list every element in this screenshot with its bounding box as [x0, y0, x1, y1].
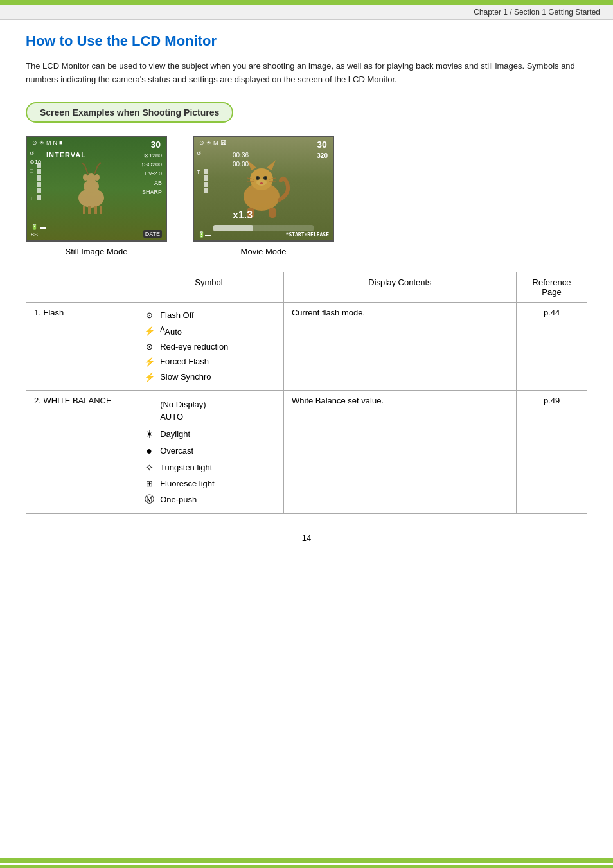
still-icon-2: ☀ — [39, 139, 44, 146]
content-area: How to Use the LCD Monitor The LCD Monit… — [0, 20, 613, 607]
cat-image — [229, 148, 294, 219]
intro-text: The LCD Monitor can be used to view the … — [26, 60, 587, 87]
svg-rect-4 — [88, 206, 91, 214]
wb-display-cell: White Balance set value. — [283, 390, 516, 513]
svg-point-14 — [94, 174, 100, 181]
wb-fluoresce-icon: ⊞ — [142, 479, 156, 488]
svg-marker-17 — [247, 160, 256, 170]
still-icon-camera: ■ — [59, 139, 62, 146]
flash-auto-label: AAuto — [160, 325, 182, 337]
deer-image — [62, 159, 120, 214]
wb-onepush-symbol: Ⓜ One-push — [142, 491, 276, 508]
svg-point-2 — [87, 173, 96, 184]
svg-line-7 — [85, 166, 88, 174]
svg-rect-3 — [83, 206, 85, 214]
still-image-screen-container: ⊙ ☀ M N ■ 30 INTERVAL ↺ ⊙10 □ T — [26, 136, 167, 256]
wb-daylight-label: Daylight — [160, 429, 190, 439]
wb-symbols-cell: (No Display)AUTO ☀ Daylight ● Overcast ✧… — [134, 390, 284, 513]
movie-screen-top-number: 30320 — [317, 139, 328, 160]
flash-ref-cell: p.44 — [517, 302, 587, 390]
bottom-bar-2 — [0, 865, 613, 868]
wb-fluoresce-label: Fluoresce light — [160, 479, 215, 488]
movie-icon-3: M — [213, 139, 218, 146]
still-screen-bottom-left: 🔋▬ 8S — [31, 224, 46, 238]
top-green-bar — [0, 0, 613, 5]
wb-tungsten-symbol: ✧ Tungsten light — [142, 459, 276, 476]
flash-forced-label: Forced Flash — [160, 357, 209, 366]
flash-slow-symbol: ⚡ Slow Synchro — [142, 369, 276, 385]
col-header-display: Display Contents — [283, 272, 516, 302]
col-header-item — [26, 272, 134, 302]
wb-ref-cell: p.49 — [517, 390, 587, 513]
movie-screen-left-icons: ↺ T — [197, 150, 202, 177]
section-header: Screen Examples when Shooting Pictures — [26, 102, 233, 123]
svg-point-22 — [257, 177, 259, 179]
movie-screen-progress-bar — [213, 225, 314, 231]
flash-off-icon: ⊙ — [142, 310, 156, 320]
movie-screen-start-release: *START:RELEASE — [286, 232, 329, 238]
svg-rect-30 — [269, 208, 276, 218]
col-header-ref: ReferencePage — [517, 272, 587, 302]
wb-overcast-symbol: ● Overcast — [142, 443, 276, 459]
still-image-label: Still Image Mode — [66, 247, 128, 256]
flash-auto-symbol: ⚡ AAuto — [142, 323, 276, 339]
wb-overcast-label: Overcast — [160, 446, 193, 456]
movie-screen-sidebar-bars — [204, 169, 208, 193]
movie-screen: ⊙ ☀ M 🖫 30320 00:36 00:00 — [193, 136, 334, 242]
svg-line-9 — [83, 164, 85, 166]
wb-onepush-icon: Ⓜ — [142, 493, 156, 506]
wb-auto-symbol: (No Display)AUTO — [142, 396, 276, 426]
table-row-white-balance: 2. WHITE BALANCE (No Display)AUTO ☀ Dayl… — [26, 390, 587, 513]
wb-label: 2. WHITE BALANCE — [34, 396, 112, 405]
flash-display-cell: Current flash mode. — [283, 302, 516, 390]
chapter-header: Chapter 1 / Section 1 Getting Started — [0, 5, 613, 20]
flash-label: 1. Flash — [34, 308, 64, 317]
table-header-row: Symbol Display Contents ReferencePage — [26, 272, 587, 302]
table-row-flash: 1. Flash ⊙ Flash Off ⚡ AAuto ⊙ Red-eye r… — [26, 302, 587, 390]
svg-point-13 — [83, 174, 88, 181]
svg-marker-18 — [267, 160, 276, 170]
still-screen-bottom-right: DATE — [143, 230, 162, 238]
still-image-screen: ⊙ ☀ M N ■ 30 INTERVAL ↺ ⊙10 □ T — [26, 136, 167, 242]
bottom-bars-container — [0, 858, 613, 868]
still-icon-4: N — [53, 139, 58, 146]
chapter-header-text: Chapter 1 / Section 1 Getting Started — [474, 8, 600, 17]
bottom-bar-1 — [0, 858, 613, 863]
svg-rect-6 — [100, 206, 102, 214]
still-icon-1: ⊙ — [32, 139, 37, 146]
still-screen-top-icons: ⊙ ☀ M N ■ — [32, 139, 62, 146]
page-title: How to Use the LCD Monitor — [26, 33, 587, 49]
flash-redeye-symbol: ⊙ Red-eye reduction — [142, 339, 276, 354]
flash-item-label: 1. Flash — [26, 302, 134, 390]
flash-display-text: Current flash mode. — [292, 308, 365, 317]
flash-slow-icon: ⚡ — [142, 372, 156, 382]
movie-icon-2: ☀ — [206, 139, 211, 146]
svg-rect-5 — [94, 206, 97, 214]
movie-icon-storage: 🖫 — [220, 139, 226, 146]
movie-icon-1: ⊙ — [199, 139, 204, 146]
movie-screen-zoom: x1.3 — [233, 209, 253, 221]
symbols-table: Symbol Display Contents ReferencePage 1.… — [26, 272, 587, 514]
movie-mode-label: Movie Mode — [241, 247, 287, 256]
flash-ref-page: p.44 — [544, 308, 560, 317]
svg-line-12 — [98, 164, 100, 166]
still-icon-3: M — [46, 139, 51, 146]
flash-off-symbol: ⊙ Flash Off — [142, 308, 276, 323]
wb-tungsten-label: Tungsten light — [160, 463, 212, 472]
flash-auto-icon: ⚡ — [142, 326, 156, 336]
wb-display-text: White Balance set value. — [292, 396, 384, 405]
wb-overcast-icon: ● — [142, 445, 156, 457]
still-screen-top-number: 30 — [150, 139, 161, 150]
flash-off-label: Flash Off — [160, 310, 194, 320]
wb-auto-label: (No Display)AUTO — [160, 398, 206, 423]
still-screen-right-info: ⊠1280 ↑SO200 EV-2.0 AB SHARP — [141, 151, 162, 197]
flash-forced-symbol: ⚡ Forced Flash — [142, 354, 276, 369]
screen-examples: ⊙ ☀ M N ■ 30 INTERVAL ↺ ⊙10 □ T — [26, 136, 587, 256]
flash-symbols-cell: ⊙ Flash Off ⚡ AAuto ⊙ Red-eye reduction … — [134, 302, 284, 390]
still-screen-interval: INTERVAL — [46, 151, 86, 159]
movie-screen-bottom-left: 🔋▬ — [198, 231, 211, 238]
svg-point-23 — [265, 177, 267, 179]
movie-screen-progress-inner — [213, 225, 253, 231]
flash-slow-label: Slow Synchro — [160, 372, 211, 382]
movie-screen-container: ⊙ ☀ M 🖫 30320 00:36 00:00 — [193, 136, 334, 256]
